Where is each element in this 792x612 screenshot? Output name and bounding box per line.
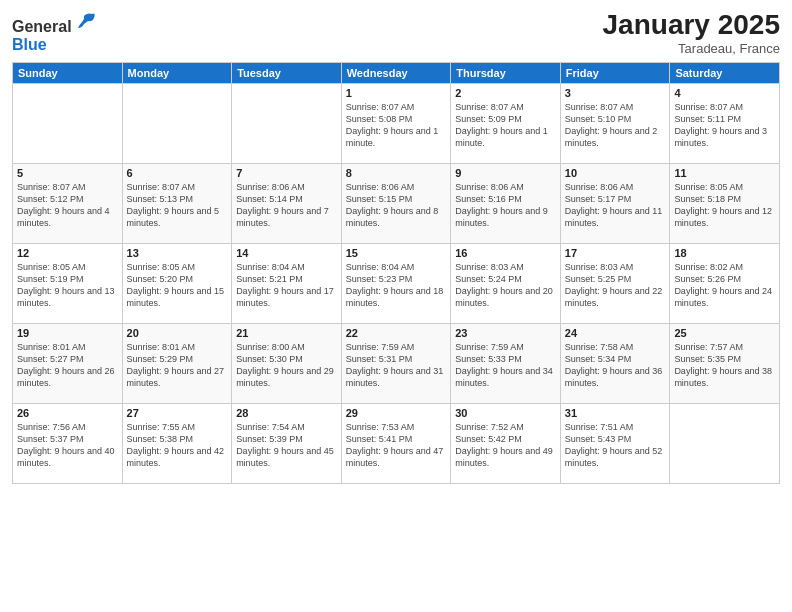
table-row: 25Sunrise: 7:57 AM Sunset: 5:35 PM Dayli… bbox=[670, 323, 780, 403]
cell-details: Sunrise: 7:52 AM Sunset: 5:42 PM Dayligh… bbox=[455, 421, 556, 470]
table-row: 11Sunrise: 8:05 AM Sunset: 5:18 PM Dayli… bbox=[670, 163, 780, 243]
day-number: 12 bbox=[17, 247, 118, 259]
cell-details: Sunrise: 8:07 AM Sunset: 5:12 PM Dayligh… bbox=[17, 181, 118, 230]
day-number: 2 bbox=[455, 87, 556, 99]
day-number: 15 bbox=[346, 247, 447, 259]
day-number: 21 bbox=[236, 327, 337, 339]
logo-general: General bbox=[12, 18, 72, 35]
cell-details: Sunrise: 8:01 AM Sunset: 5:27 PM Dayligh… bbox=[17, 341, 118, 390]
table-row: 26Sunrise: 7:56 AM Sunset: 5:37 PM Dayli… bbox=[13, 403, 123, 483]
table-row: 17Sunrise: 8:03 AM Sunset: 5:25 PM Dayli… bbox=[560, 243, 670, 323]
table-row: 18Sunrise: 8:02 AM Sunset: 5:26 PM Dayli… bbox=[670, 243, 780, 323]
cell-details: Sunrise: 7:55 AM Sunset: 5:38 PM Dayligh… bbox=[127, 421, 228, 470]
logo: General Blue bbox=[12, 10, 96, 54]
day-number: 7 bbox=[236, 167, 337, 179]
cell-details: Sunrise: 7:53 AM Sunset: 5:41 PM Dayligh… bbox=[346, 421, 447, 470]
day-number: 6 bbox=[127, 167, 228, 179]
cell-details: Sunrise: 7:54 AM Sunset: 5:39 PM Dayligh… bbox=[236, 421, 337, 470]
col-monday: Monday bbox=[122, 62, 232, 83]
cell-details: Sunrise: 8:02 AM Sunset: 5:26 PM Dayligh… bbox=[674, 261, 775, 310]
col-thursday: Thursday bbox=[451, 62, 561, 83]
month-title: January 2025 bbox=[603, 10, 780, 41]
day-number: 8 bbox=[346, 167, 447, 179]
cell-details: Sunrise: 8:03 AM Sunset: 5:24 PM Dayligh… bbox=[455, 261, 556, 310]
table-row: 4Sunrise: 8:07 AM Sunset: 5:11 PM Daylig… bbox=[670, 83, 780, 163]
col-wednesday: Wednesday bbox=[341, 62, 451, 83]
day-number: 26 bbox=[17, 407, 118, 419]
logo-blue: Blue bbox=[12, 36, 47, 53]
table-row: 10Sunrise: 8:06 AM Sunset: 5:17 PM Dayli… bbox=[560, 163, 670, 243]
cell-details: Sunrise: 8:06 AM Sunset: 5:17 PM Dayligh… bbox=[565, 181, 666, 230]
table-row: 23Sunrise: 7:59 AM Sunset: 5:33 PM Dayli… bbox=[451, 323, 561, 403]
table-row: 8Sunrise: 8:06 AM Sunset: 5:15 PM Daylig… bbox=[341, 163, 451, 243]
table-row: 13Sunrise: 8:05 AM Sunset: 5:20 PM Dayli… bbox=[122, 243, 232, 323]
day-number: 9 bbox=[455, 167, 556, 179]
cell-details: Sunrise: 8:03 AM Sunset: 5:25 PM Dayligh… bbox=[565, 261, 666, 310]
cell-details: Sunrise: 7:58 AM Sunset: 5:34 PM Dayligh… bbox=[565, 341, 666, 390]
day-number: 25 bbox=[674, 327, 775, 339]
table-row: 1Sunrise: 8:07 AM Sunset: 5:08 PM Daylig… bbox=[341, 83, 451, 163]
cell-details: Sunrise: 8:06 AM Sunset: 5:15 PM Dayligh… bbox=[346, 181, 447, 230]
cell-details: Sunrise: 7:59 AM Sunset: 5:33 PM Dayligh… bbox=[455, 341, 556, 390]
cell-details: Sunrise: 8:07 AM Sunset: 5:08 PM Dayligh… bbox=[346, 101, 447, 150]
table-row: 30Sunrise: 7:52 AM Sunset: 5:42 PM Dayli… bbox=[451, 403, 561, 483]
table-row: 16Sunrise: 8:03 AM Sunset: 5:24 PM Dayli… bbox=[451, 243, 561, 323]
cell-details: Sunrise: 7:57 AM Sunset: 5:35 PM Dayligh… bbox=[674, 341, 775, 390]
day-number: 30 bbox=[455, 407, 556, 419]
table-row: 31Sunrise: 7:51 AM Sunset: 5:43 PM Dayli… bbox=[560, 403, 670, 483]
col-friday: Friday bbox=[560, 62, 670, 83]
cell-details: Sunrise: 8:07 AM Sunset: 5:09 PM Dayligh… bbox=[455, 101, 556, 150]
table-row bbox=[13, 83, 123, 163]
cell-details: Sunrise: 8:05 AM Sunset: 5:19 PM Dayligh… bbox=[17, 261, 118, 310]
day-number: 13 bbox=[127, 247, 228, 259]
table-row: 19Sunrise: 8:01 AM Sunset: 5:27 PM Dayli… bbox=[13, 323, 123, 403]
day-number: 24 bbox=[565, 327, 666, 339]
cell-details: Sunrise: 8:06 AM Sunset: 5:16 PM Dayligh… bbox=[455, 181, 556, 230]
day-number: 10 bbox=[565, 167, 666, 179]
cell-details: Sunrise: 8:07 AM Sunset: 5:10 PM Dayligh… bbox=[565, 101, 666, 150]
table-row: 15Sunrise: 8:04 AM Sunset: 5:23 PM Dayli… bbox=[341, 243, 451, 323]
day-number: 5 bbox=[17, 167, 118, 179]
day-number: 29 bbox=[346, 407, 447, 419]
cell-details: Sunrise: 7:56 AM Sunset: 5:37 PM Dayligh… bbox=[17, 421, 118, 470]
day-number: 4 bbox=[674, 87, 775, 99]
col-sunday: Sunday bbox=[13, 62, 123, 83]
cell-details: Sunrise: 8:04 AM Sunset: 5:21 PM Dayligh… bbox=[236, 261, 337, 310]
day-number: 19 bbox=[17, 327, 118, 339]
logo-bird-icon bbox=[74, 10, 96, 32]
day-number: 28 bbox=[236, 407, 337, 419]
day-number: 11 bbox=[674, 167, 775, 179]
table-row: 7Sunrise: 8:06 AM Sunset: 5:14 PM Daylig… bbox=[232, 163, 342, 243]
table-row: 5Sunrise: 8:07 AM Sunset: 5:12 PM Daylig… bbox=[13, 163, 123, 243]
table-row: 22Sunrise: 7:59 AM Sunset: 5:31 PM Dayli… bbox=[341, 323, 451, 403]
col-tuesday: Tuesday bbox=[232, 62, 342, 83]
cell-details: Sunrise: 8:04 AM Sunset: 5:23 PM Dayligh… bbox=[346, 261, 447, 310]
main-container: General Blue January 2025 Taradeau, Fran… bbox=[0, 0, 792, 492]
day-number: 14 bbox=[236, 247, 337, 259]
calendar-table: Sunday Monday Tuesday Wednesday Thursday… bbox=[12, 62, 780, 484]
day-number: 20 bbox=[127, 327, 228, 339]
table-row: 27Sunrise: 7:55 AM Sunset: 5:38 PM Dayli… bbox=[122, 403, 232, 483]
cell-details: Sunrise: 8:06 AM Sunset: 5:14 PM Dayligh… bbox=[236, 181, 337, 230]
cell-details: Sunrise: 8:07 AM Sunset: 5:13 PM Dayligh… bbox=[127, 181, 228, 230]
cell-details: Sunrise: 8:07 AM Sunset: 5:11 PM Dayligh… bbox=[674, 101, 775, 150]
cell-details: Sunrise: 7:51 AM Sunset: 5:43 PM Dayligh… bbox=[565, 421, 666, 470]
day-number: 3 bbox=[565, 87, 666, 99]
table-row: 29Sunrise: 7:53 AM Sunset: 5:41 PM Dayli… bbox=[341, 403, 451, 483]
table-row: 9Sunrise: 8:06 AM Sunset: 5:16 PM Daylig… bbox=[451, 163, 561, 243]
day-number: 17 bbox=[565, 247, 666, 259]
day-number: 27 bbox=[127, 407, 228, 419]
table-row: 3Sunrise: 8:07 AM Sunset: 5:10 PM Daylig… bbox=[560, 83, 670, 163]
day-number: 23 bbox=[455, 327, 556, 339]
day-number: 16 bbox=[455, 247, 556, 259]
table-row: 12Sunrise: 8:05 AM Sunset: 5:19 PM Dayli… bbox=[13, 243, 123, 323]
day-number: 31 bbox=[565, 407, 666, 419]
day-number: 18 bbox=[674, 247, 775, 259]
table-row bbox=[670, 403, 780, 483]
table-row: 21Sunrise: 8:00 AM Sunset: 5:30 PM Dayli… bbox=[232, 323, 342, 403]
table-row: 24Sunrise: 7:58 AM Sunset: 5:34 PM Dayli… bbox=[560, 323, 670, 403]
table-row bbox=[122, 83, 232, 163]
table-row bbox=[232, 83, 342, 163]
table-row: 2Sunrise: 8:07 AM Sunset: 5:09 PM Daylig… bbox=[451, 83, 561, 163]
cell-details: Sunrise: 8:01 AM Sunset: 5:29 PM Dayligh… bbox=[127, 341, 228, 390]
